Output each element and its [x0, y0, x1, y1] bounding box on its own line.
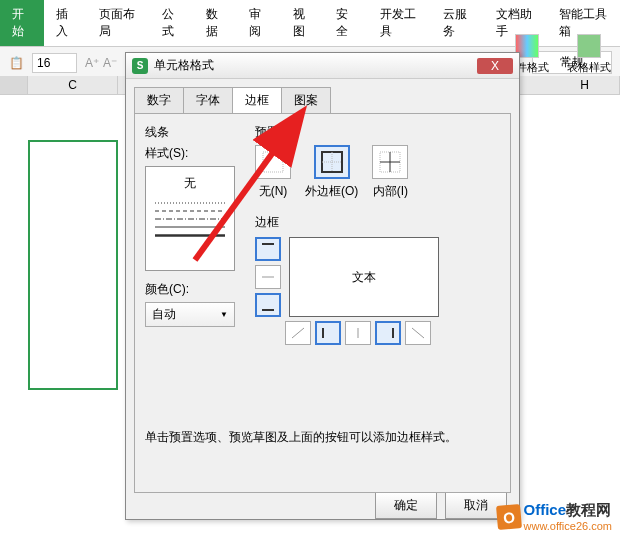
style-thin-icon[interactable]: [155, 226, 225, 228]
preview-text: 文本: [352, 269, 376, 286]
border-diag-up-button[interactable]: [285, 321, 311, 345]
line-section-label: 线条: [145, 124, 245, 141]
line-style-list[interactable]: 无: [145, 166, 235, 271]
tab-data[interactable]: 数据: [194, 0, 238, 46]
border-middle-v-button[interactable]: [345, 321, 371, 345]
watermark-icon: O: [496, 503, 522, 529]
dialog-tab-pattern[interactable]: 图案: [281, 87, 331, 114]
table-style-icon: [577, 34, 601, 58]
tab-security[interactable]: 安全: [324, 0, 368, 46]
watermark-brand1: Office: [524, 501, 567, 518]
preset-inner[interactable]: 内部(I): [372, 145, 408, 200]
preset-inner-icon: [372, 145, 408, 179]
preset-none-label: 无(N): [259, 183, 288, 200]
dialog-tab-border[interactable]: 边框: [232, 87, 282, 114]
paste-icon[interactable]: 📋: [8, 55, 24, 71]
style-thick-icon[interactable]: [155, 234, 225, 237]
dialog-tabs: 数字 字体 边框 图案: [134, 87, 511, 114]
border-preview-box[interactable]: 文本: [289, 237, 439, 317]
style-dashdot-icon[interactable]: [155, 218, 225, 220]
border-left-button[interactable]: [315, 321, 341, 345]
tab-devtools[interactable]: 开发工具: [368, 0, 431, 46]
watermark-url: www.office26.com: [524, 520, 612, 532]
table-style-button[interactable]: 表格样式: [563, 30, 615, 79]
border-right-button[interactable]: [375, 321, 401, 345]
color-auto-text: 自动: [152, 306, 176, 323]
dialog-close-button[interactable]: X: [477, 58, 513, 74]
style-label: 样式(S):: [145, 145, 245, 162]
tab-review[interactable]: 审阅: [237, 0, 281, 46]
dialog-tab-font[interactable]: 字体: [183, 87, 233, 114]
preset-outer[interactable]: 外边框(O): [305, 145, 358, 200]
style-dashed-icon[interactable]: [155, 210, 225, 212]
border-top-button[interactable]: [255, 237, 281, 261]
column-header-h[interactable]: H: [550, 76, 620, 94]
cell-format-dialog: S 单元格格式 X 数字 字体 边框 图案 线条 样式(S): 无 颜色(C):…: [125, 52, 520, 520]
border-section-label: 边框: [255, 214, 505, 231]
tab-view[interactable]: 视图: [281, 0, 325, 46]
column-header-c[interactable]: C: [28, 76, 118, 94]
select-all-corner[interactable]: [0, 76, 28, 94]
font-size-input[interactable]: 16: [32, 53, 77, 73]
svg-line-19: [412, 328, 424, 338]
dialog-tab-number[interactable]: 数字: [134, 87, 184, 114]
preset-section-label: 预置: [255, 124, 505, 141]
tab-formula[interactable]: 公式: [150, 0, 194, 46]
style-dotted-icon[interactable]: [155, 202, 225, 204]
decrease-font-icon[interactable]: A⁻: [103, 56, 117, 70]
border-diag-down-button[interactable]: [405, 321, 431, 345]
dialog-title-text: 单元格格式: [154, 57, 214, 74]
watermark-brand2: 教程网: [566, 501, 611, 518]
tab-cloud[interactable]: 云服务: [431, 0, 484, 46]
tab-start[interactable]: 开始: [0, 0, 44, 46]
tab-insert[interactable]: 插入: [44, 0, 88, 46]
dropdown-arrow-icon: ▼: [220, 310, 228, 319]
tab-layout[interactable]: 页面布局: [87, 0, 150, 46]
app-icon: S: [132, 58, 148, 74]
color-dropdown[interactable]: 自动 ▼: [145, 302, 235, 327]
preset-inner-label: 内部(I): [373, 183, 408, 200]
watermark: O Office教程网 www.office26.com: [497, 501, 612, 532]
svg-rect-5: [263, 152, 283, 172]
increase-font-icon[interactable]: A⁺: [85, 56, 99, 70]
hint-text: 单击预置选项、预览草图及上面的按钮可以添加边框样式。: [145, 429, 457, 446]
dialog-titlebar[interactable]: S 单元格格式 X: [126, 53, 519, 79]
style-none-option[interactable]: 无: [184, 171, 196, 196]
svg-line-15: [292, 328, 304, 338]
table-style-label: 表格样式: [567, 60, 611, 75]
dialog-content: 线条 样式(S): 无 颜色(C): 自动 ▼ 预置: [134, 113, 511, 493]
preset-none[interactable]: 无(N): [255, 145, 291, 200]
border-bottom-button[interactable]: [255, 293, 281, 317]
border-middle-h-button[interactable]: [255, 265, 281, 289]
color-label: 颜色(C):: [145, 281, 245, 298]
preset-none-icon: [255, 145, 291, 179]
preset-outer-label: 外边框(O): [305, 183, 358, 200]
ok-button[interactable]: 确定: [375, 492, 437, 519]
cell-selection[interactable]: [28, 140, 118, 390]
preset-outer-icon: [314, 145, 350, 179]
